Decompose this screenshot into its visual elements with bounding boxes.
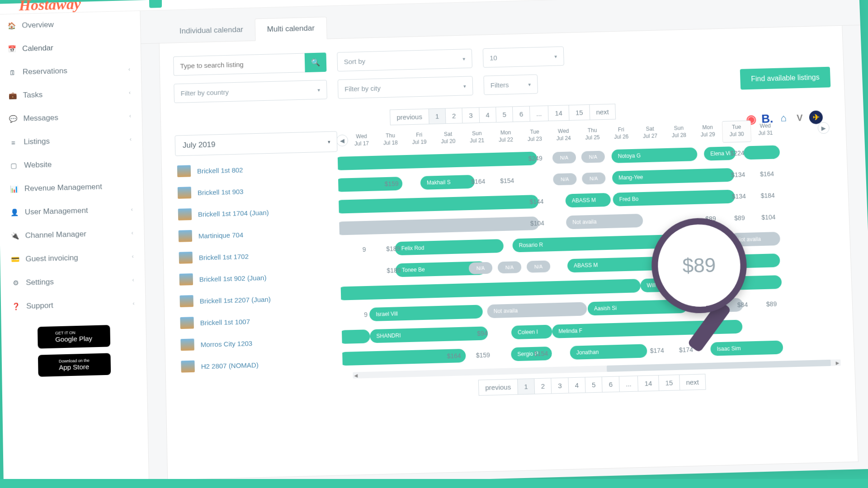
- pager-next[interactable]: next: [589, 104, 616, 120]
- pager-next[interactable]: next: [679, 374, 706, 390]
- search-button[interactable]: 🔍: [305, 52, 327, 72]
- reservation-bar[interactable]: Mang-Yee: [612, 168, 734, 185]
- date-header[interactable]: MonJul 22: [491, 127, 520, 149]
- pager-page-...[interactable]: ...: [619, 375, 639, 392]
- pager-page-6[interactable]: 6: [602, 376, 620, 392]
- hamburger-button[interactable]: [149, 0, 162, 8]
- date-header[interactable]: MonJul 29: [693, 121, 722, 143]
- pager-page-5[interactable]: 5: [585, 376, 603, 393]
- pager-page-14[interactable]: 14: [637, 375, 659, 391]
- sidebar-item-channel-manager[interactable]: 🔌Channel Manager‹: [0, 221, 144, 248]
- reservation-bar[interactable]: [337, 279, 641, 300]
- price-cell[interactable]: $159: [377, 174, 406, 193]
- price-cell[interactable]: $154: [526, 344, 556, 363]
- price-cell[interactable]: $164: [463, 172, 493, 191]
- scroll-left-icon[interactable]: ◀: [353, 372, 359, 378]
- sidebar-item-website[interactable]: ▢Website: [0, 150, 143, 178]
- pager-page-...[interactable]: ...: [529, 105, 549, 122]
- reservation-bar[interactable]: [337, 151, 537, 170]
- reservation-bar[interactable]: Isaac Sim: [710, 340, 783, 356]
- sidebar-item-settings[interactable]: ⚙Settings‹: [0, 268, 145, 295]
- reservation-bar[interactable]: [337, 216, 539, 235]
- price-cell[interactable]: $184: [753, 186, 783, 205]
- reservation-bar[interactable]: Fred Bo: [613, 190, 735, 206]
- per-page-select[interactable]: 10▾: [483, 47, 564, 68]
- price-cell[interactable]: $174: [642, 341, 672, 360]
- pager-page-1[interactable]: 1: [517, 378, 535, 394]
- date-header[interactable]: ThuJul 25: [578, 124, 607, 146]
- price-cell[interactable]: $104: [523, 214, 552, 233]
- price-cell[interactable]: $94: [467, 324, 497, 343]
- app-store-badge[interactable]: Download on theApp Store: [38, 353, 110, 376]
- pager-page-5[interactable]: 5: [495, 106, 513, 122]
- sidebar-item-listings[interactable]: ≡Listings‹: [0, 127, 142, 155]
- pager-previous[interactable]: previous: [478, 379, 518, 396]
- search-input[interactable]: [173, 53, 305, 76]
- city-select[interactable]: Filter by city▾: [338, 76, 473, 99]
- listing-row[interactable]: H2 2807 (NOMAD): [179, 352, 343, 378]
- pager-previous[interactable]: previous: [390, 108, 429, 125]
- pager-page-6[interactable]: 6: [512, 106, 530, 122]
- pager-page-14[interactable]: 14: [548, 105, 570, 121]
- price-cell[interactable]: $164: [752, 164, 782, 183]
- price-cell[interactable]: $249: [521, 149, 550, 168]
- pager-page-4[interactable]: 4: [568, 377, 586, 393]
- sidebar-item-revenue-management[interactable]: 📊Revenue Management: [0, 174, 143, 201]
- price-cell[interactable]: $189: [378, 239, 408, 258]
- filters-select[interactable]: Filters▾: [483, 75, 538, 95]
- price-cell[interactable]: [350, 262, 379, 281]
- find-listings-button[interactable]: Find available listings: [740, 67, 831, 90]
- price-cell[interactable]: $154: [492, 171, 522, 190]
- pager-page-4[interactable]: 4: [479, 107, 496, 123]
- price-cell[interactable]: $189: [379, 261, 408, 280]
- date-header[interactable]: SatJul 20: [434, 128, 463, 150]
- country-select[interactable]: Filter by country▾: [174, 80, 327, 103]
- reservation-bar[interactable]: [744, 145, 780, 160]
- pager-page-3[interactable]: 3: [551, 377, 569, 394]
- price-cell[interactable]: $159: [468, 346, 498, 365]
- price-cell[interactable]: $104: [754, 208, 783, 227]
- scroll-right-icon[interactable]: ▶: [834, 359, 841, 366]
- date-header[interactable]: SunJul 21: [462, 127, 492, 149]
- price-cell[interactable]: $134: [723, 165, 753, 184]
- prev-dates-button[interactable]: ◀: [337, 135, 348, 147]
- pager-page-2[interactable]: 2: [445, 108, 463, 124]
- reservation-bar[interactable]: Israel Vill: [369, 305, 483, 321]
- pager-page-3[interactable]: 3: [462, 107, 480, 123]
- date-header[interactable]: WedJul 17: [347, 130, 376, 152]
- price-cell[interactable]: $134: [724, 187, 754, 206]
- price-cell[interactable]: 9: [351, 305, 381, 324]
- tab-individual-calendar[interactable]: Individual calendar: [168, 19, 255, 42]
- reservation-bar[interactable]: ABASS M: [565, 193, 611, 208]
- pager-page-2[interactable]: 2: [534, 378, 552, 394]
- sidebar-item-reservations[interactable]: 🗓Reservations‹: [0, 57, 141, 84]
- reservation-bar[interactable]: Jonathan: [570, 344, 647, 360]
- pager-page-1[interactable]: 1: [428, 108, 446, 124]
- sidebar-item-overview[interactable]: 🏠Overview: [0, 11, 140, 38]
- reservation-bar[interactable]: Coleen I: [511, 325, 552, 339]
- sidebar-item-messages[interactable]: 💬Messages‹: [0, 104, 142, 131]
- reservation-bar[interactable]: Not availa: [487, 302, 587, 318]
- month-select[interactable]: July 2019▾: [175, 131, 337, 156]
- sidebar-item-tasks[interactable]: 💼Tasks‹: [0, 80, 142, 108]
- date-header[interactable]: FriJul 19: [405, 129, 434, 151]
- sort-select[interactable]: Sort by▾: [337, 49, 472, 71]
- pager-page-15[interactable]: 15: [568, 104, 590, 121]
- date-header[interactable]: ThuJul 18: [376, 129, 405, 151]
- date-header[interactable]: TueJul 23: [520, 126, 549, 148]
- sidebar-item-calendar[interactable]: 📅Calendar: [0, 34, 141, 61]
- date-header[interactable]: FriJul 26: [607, 123, 636, 145]
- google-play-badge[interactable]: GET IT ONGoogle Play: [37, 325, 110, 348]
- date-header[interactable]: SunJul 28: [664, 122, 693, 144]
- date-header[interactable]: SatJul 27: [635, 122, 665, 145]
- reservation-bar[interactable]: Not availa: [566, 214, 643, 229]
- price-cell[interactable]: $89: [757, 295, 786, 314]
- sidebar-item-user-management[interactable]: 👤User Management‹: [0, 197, 144, 225]
- price-cell[interactable]: $144: [522, 192, 551, 211]
- price-cell[interactable]: 9: [349, 240, 379, 259]
- date-header[interactable]: WedJul 31: [751, 120, 780, 142]
- tab-multi-calendar[interactable]: Multi calendar: [255, 17, 327, 41]
- reservation-bar[interactable]: Felix Rod: [395, 239, 504, 255]
- sidebar-item-support[interactable]: ❓Support‹: [1, 291, 146, 319]
- reservation-bar[interactable]: [337, 195, 538, 214]
